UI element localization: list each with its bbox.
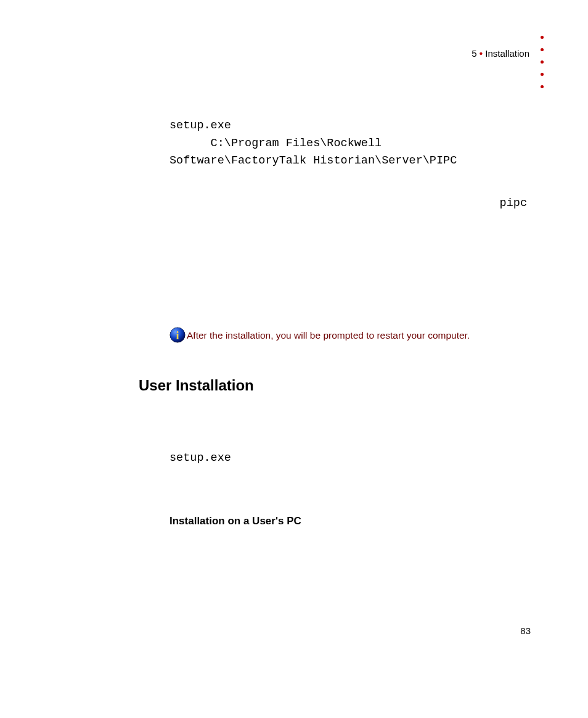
code-block-2: setup.exe [169, 450, 533, 468]
code-text: setup.exe [169, 119, 231, 132]
heading-installation-user-pc: Installation on a User's PC [169, 515, 533, 527]
page-number: 83 [520, 625, 531, 636]
dot-icon [541, 48, 544, 51]
dot-icon [541, 85, 544, 88]
code-text: pipc [500, 197, 527, 210]
page: 5 • Installation setup.exe C:\Program Fi… [0, 0, 588, 718]
code-right: pipc [169, 195, 533, 213]
chapter-label: 5 • Installation [472, 48, 529, 59]
info-icon: i [169, 327, 186, 343]
svg-text:i: i [176, 329, 179, 342]
heading-user-installation: User Installation [139, 377, 533, 394]
dot-icon [541, 60, 544, 64]
dot-icon [541, 36, 544, 39]
note-text: After the installation, you will be prom… [187, 329, 470, 343]
content-area: setup.exe C:\Program Files\Rockwell Soft… [169, 117, 533, 527]
code-text: C:\Program Files\Rockwell [169, 137, 382, 150]
chapter-number: 5 [472, 48, 476, 59]
dot-icon [541, 73, 544, 76]
decorative-dots [541, 36, 544, 88]
chapter-title: Installation [485, 48, 529, 59]
dot-separator-icon: • [480, 48, 485, 59]
code-block: setup.exe C:\Program Files\Rockwell Soft… [169, 117, 533, 170]
info-note: i After the installation, you will be pr… [169, 327, 533, 343]
code-text: setup.exe [169, 452, 231, 464]
page-header: 5 • Installation [472, 48, 529, 59]
code-text: Software\FactoryTalk Historian\Server\PI… [169, 154, 457, 167]
